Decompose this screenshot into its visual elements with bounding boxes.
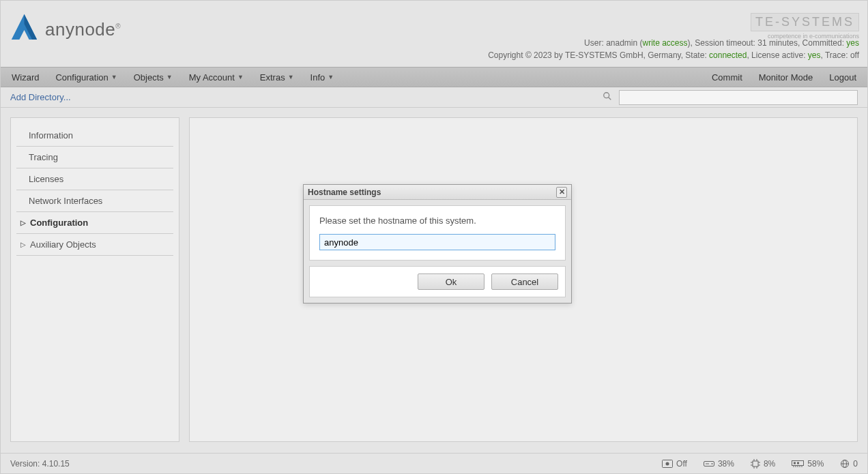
sidebar-item-network-interfaces[interactable]: Network Interfaces [16,190,173,212]
hostname-input[interactable] [319,234,555,250]
sidebar-item-licenses[interactable]: Licenses [16,168,173,190]
menu-info[interactable]: Info▼ [302,68,343,87]
hostname-dialog: Hostname settings ✕ Please set the hostn… [303,184,572,303]
vendor-logo: TE-SYSTEMS [751,13,859,31]
sidebar-item-information[interactable]: Information [16,125,173,147]
menu-extras[interactable]: Extras▼ [252,68,302,87]
svg-point-5 [711,463,712,464]
sidebar-item-tracing[interactable]: Tracing [16,147,173,168]
triangle-right-icon: ▷ [20,241,26,248]
record-icon [662,460,673,468]
cancel-button[interactable]: Cancel [491,273,558,290]
svg-line-1 [609,98,611,100]
search-input[interactable] [619,90,858,105]
footer-disk-usage: 38% [704,459,734,469]
footer-cpu-usage: 8% [751,459,775,469]
caret-down-icon: ▼ [111,74,117,80]
triangle-right-icon: ▷ [20,219,26,226]
menu-logout[interactable]: Logout [821,68,865,87]
dialog-title-bar: Hostname settings ✕ [304,185,571,200]
svg-rect-7 [753,461,758,466]
svg-rect-23 [797,462,799,464]
cpu-icon [751,459,760,469]
dialog-title: Hostname settings [308,188,381,197]
sidebar-item-configuration[interactable]: ▷Configuration [16,212,173,234]
menu-my-account[interactable]: My Account▼ [181,68,252,87]
footer-network-status: 0 [840,459,858,469]
dialog-close-button[interactable]: ✕ [556,187,567,198]
dialog-prompt: Please set the hostname of this system. [319,216,555,226]
content: Information Tracing Licenses Network Int… [1,108,867,451]
svg-point-0 [604,93,609,98]
dialog-button-row: Ok Cancel [309,266,566,297]
network-icon [840,459,850,469]
caret-down-icon: ▼ [237,74,244,80]
brand-name: anynode® [45,19,121,40]
svg-rect-22 [794,462,796,464]
disk-icon [704,460,714,468]
version-label: Version: 4.10.15 [10,459,70,469]
menu-monitor-mode[interactable]: Monitor Mode [751,68,821,87]
header: anynode® TE-SYSTEMS competence in e-comm… [1,1,867,67]
status-lines: User: anadmin (write access), Session ti… [488,37,859,61]
menubar: Wizard Configuration▼ Objects▼ My Accoun… [1,67,867,87]
search-icon [603,91,612,103]
sidebar: Information Tracing Licenses Network Int… [10,117,179,442]
dialog-input-panel: Please set the hostname of this system. [309,205,566,261]
ok-button[interactable]: Ok [418,273,484,290]
vendor-block: TE-SYSTEMS competence in e-communication… [751,13,859,40]
breadcrumb[interactable]: Add Directory... [10,92,71,102]
footer: Version: 4.10.15 Off 38% 8% 58% 0 [1,453,867,473]
breadcrumb-bar: Add Directory... [1,87,867,108]
main-panel: Hostname settings ✕ Please set the hostn… [189,117,858,442]
caret-down-icon: ▼ [167,74,173,80]
caret-down-icon: ▼ [328,74,334,80]
menu-wizard[interactable]: Wizard [3,68,47,87]
memory-icon [792,460,804,468]
footer-record-status: Off [662,459,687,469]
menu-commit[interactable]: Commit [704,68,751,87]
anynode-logo-icon [9,13,40,46]
svg-point-3 [666,462,669,465]
sidebar-item-auxiliary-objects[interactable]: ▷Auxiliary Objects [16,234,173,256]
status-line-1: User: anadmin (write access), Session ti… [488,37,859,49]
menu-objects[interactable]: Objects▼ [126,68,181,87]
close-icon: ✕ [559,188,565,196]
caret-down-icon: ▼ [288,74,294,80]
status-line-2: Copyright © 2023 by TE-SYSTEMS GmbH, Ger… [488,49,859,61]
footer-memory-usage: 58% [792,459,824,469]
dialog-body: Please set the hostname of this system. … [304,200,571,303]
menu-configuration[interactable]: Configuration▼ [47,68,125,87]
